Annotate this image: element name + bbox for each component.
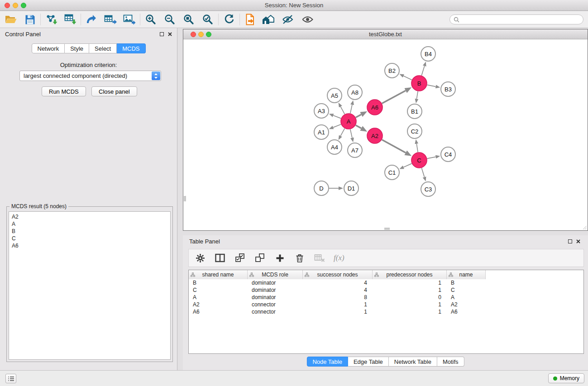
table-row[interactable]: A2connector11A2	[189, 301, 486, 308]
mcds-result-item[interactable]: C	[12, 235, 167, 242]
zoom-out-button[interactable]	[163, 12, 177, 27]
show-panels-button[interactable]	[5, 374, 16, 383]
edge-A-A4[interactable]	[340, 129, 344, 136]
graph-node-C[interactable]: C	[411, 152, 427, 168]
tab-edge-table[interactable]: Edge Table	[348, 357, 389, 367]
tab-network[interactable]: Network	[31, 43, 65, 53]
toolbar-search[interactable]	[449, 14, 583, 24]
graph-node-A2[interactable]: A2	[367, 128, 382, 143]
mcds-result-item[interactable]: A	[12, 220, 167, 228]
vertical-scroll-hint[interactable]	[184, 196, 186, 201]
tab-node-table[interactable]: Node Table	[306, 357, 348, 367]
table-row[interactable]: A6connector11A6	[189, 308, 486, 315]
apply-layout-button[interactable]	[222, 12, 236, 27]
float-table-panel-icon[interactable]	[568, 239, 572, 243]
edge-A-A7[interactable]	[350, 129, 352, 138]
run-mcds-button[interactable]: Run MCDS	[42, 86, 86, 96]
edge-C-C1[interactable]	[404, 163, 412, 167]
network-canvas[interactable]: AA1A2A3A4A5A6A7A8BB1B2B3B4CC1C2C3C4DD1	[183, 39, 588, 230]
criterion-dropdown[interactable]: largest connected component (directed)	[19, 71, 161, 81]
edge-A-A3[interactable]	[333, 115, 341, 119]
mcds-result-list[interactable]: A2ABCA6	[9, 211, 171, 360]
mcds-result-item[interactable]: B	[12, 228, 167, 235]
edge-B-B4[interactable]	[421, 66, 425, 76]
edge-C-C3[interactable]	[421, 168, 424, 177]
add-column-button[interactable]	[274, 252, 286, 264]
search-input[interactable]	[462, 15, 583, 24]
import-table-button[interactable]	[63, 12, 77, 27]
tab-select[interactable]: Select	[89, 43, 117, 53]
minimize-window-button[interactable]	[13, 3, 18, 8]
mcds-result-item[interactable]: A2	[12, 213, 167, 220]
edge-B-B2[interactable]	[403, 76, 411, 80]
import-network-button[interactable]	[44, 12, 58, 27]
graph-node-C3[interactable]: C3	[421, 182, 435, 196]
edge-A-A1[interactable]	[333, 124, 341, 128]
horizontal-scroll-hint[interactable]	[384, 228, 390, 230]
tab-mcds[interactable]: MCDS	[117, 43, 145, 53]
graph-node-B[interactable]: B	[411, 76, 427, 91]
close-panel-icon[interactable]	[168, 32, 172, 36]
open-file-button[interactable]	[4, 12, 18, 27]
column-header-successor-nodes[interactable]: successor nodes	[303, 270, 373, 279]
graph-node-B1[interactable]: B1	[407, 104, 422, 119]
column-header-MCDS-role[interactable]: MCDS role	[248, 270, 303, 279]
edge-A-A8[interactable]	[350, 105, 352, 113]
memory-button[interactable]: Memory	[548, 373, 584, 383]
export-image-button[interactable]	[122, 12, 137, 27]
edge-A-A5[interactable]	[340, 107, 344, 114]
show-columns-button[interactable]	[214, 252, 226, 264]
zoom-in-button[interactable]	[143, 12, 158, 27]
graph-node-A5[interactable]: A5	[327, 88, 342, 103]
graph-node-A8[interactable]: A8	[348, 85, 362, 100]
new-network-from-selection-button[interactable]	[84, 12, 99, 27]
close-network-window-button[interactable]	[191, 32, 196, 37]
column-header-name[interactable]: name	[447, 270, 486, 279]
minimize-network-window-button[interactable]	[198, 32, 204, 37]
zoom-fit-button[interactable]	[182, 12, 196, 27]
function-builder-button[interactable]: f(x)	[334, 252, 344, 264]
table-row[interactable]: Bdominator41B	[189, 279, 486, 286]
edge-B-B1[interactable]	[417, 91, 418, 99]
open-recent-file-button[interactable]	[243, 12, 258, 27]
graph-node-A3[interactable]: A3	[314, 104, 329, 118]
resize-grip-icon[interactable]	[582, 224, 587, 230]
tab-network-table[interactable]: Network Table	[389, 357, 437, 367]
table-settings-button[interactable]	[194, 252, 206, 264]
graph-node-C4[interactable]: C4	[441, 147, 455, 162]
edge-C-C4[interactable]	[427, 157, 436, 159]
home-button[interactable]	[261, 12, 276, 27]
tab-style[interactable]: Style	[65, 43, 89, 53]
graph-node-A4[interactable]: A4	[327, 140, 342, 154]
delete-selected-button[interactable]	[294, 252, 306, 264]
select-all-button[interactable]	[234, 252, 246, 264]
zoom-window-button[interactable]	[21, 3, 26, 8]
float-panel-icon[interactable]	[160, 32, 164, 36]
graph-node-C1[interactable]: C1	[385, 165, 399, 180]
zoom-network-window-button[interactable]	[206, 32, 211, 37]
graph-node-A1[interactable]: A1	[314, 125, 329, 139]
export-table-button[interactable]	[103, 12, 118, 27]
column-header-predecessor-nodes[interactable]: predecessor nodes	[373, 270, 447, 279]
column-header-shared-name[interactable]: shared name	[189, 270, 248, 279]
close-table-panel-icon[interactable]	[576, 239, 580, 243]
hide-graphics-details-button[interactable]	[280, 12, 295, 27]
save-session-button[interactable]	[23, 12, 37, 27]
graph-node-A7[interactable]: A7	[348, 143, 362, 157]
edge-A-A6[interactable]	[356, 114, 361, 118]
graph-node-B2[interactable]: B2	[385, 63, 399, 78]
graph-node-A6[interactable]: A6	[367, 100, 382, 115]
graph-node-A[interactable]: A	[341, 114, 356, 129]
close-window-button[interactable]	[5, 3, 10, 8]
deselect-all-button[interactable]	[254, 252, 266, 264]
edge-B-B3[interactable]	[427, 85, 436, 87]
edge-A6-B[interactable]	[382, 91, 406, 103]
graph-node-B3[interactable]: B3	[441, 82, 455, 96]
delete-table-button[interactable]	[314, 252, 325, 264]
tab-motifs[interactable]: Motifs	[437, 357, 464, 367]
zoom-selected-button[interactable]	[201, 12, 215, 27]
close-panel-button[interactable]: Close panel	[91, 86, 137, 96]
graph-node-D[interactable]: D	[314, 181, 329, 195]
mcds-result-item[interactable]: A6	[12, 242, 167, 249]
table-row[interactable]: Cdominator41C	[189, 286, 486, 294]
